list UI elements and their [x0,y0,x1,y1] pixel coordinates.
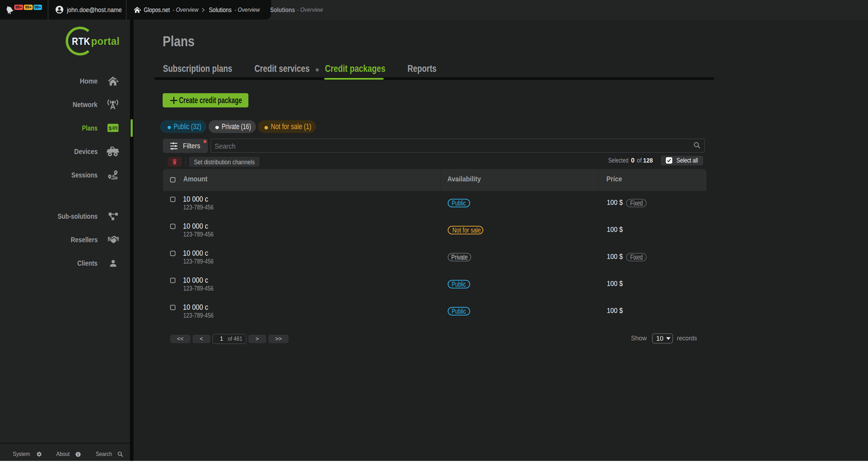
svg-text:$: $ [109,126,112,131]
